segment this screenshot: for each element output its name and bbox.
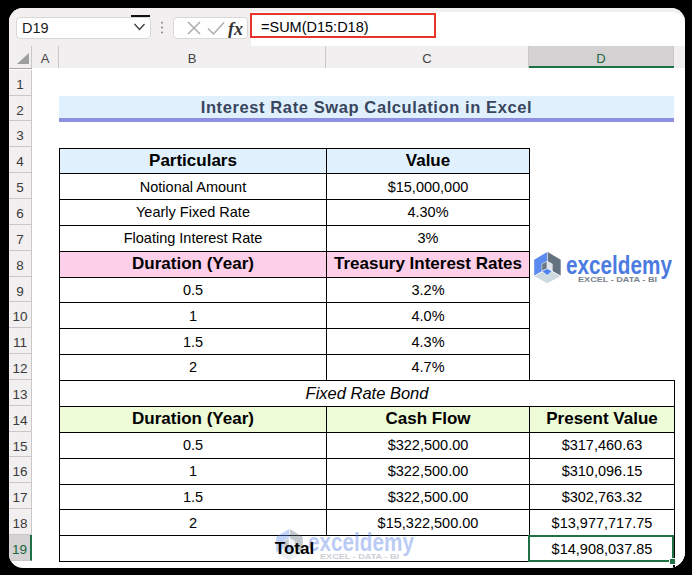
svg-text:fx: fx bbox=[228, 19, 243, 38]
svg-text:EXCEL - DATA - BI: EXCEL - DATA - BI bbox=[578, 275, 657, 284]
svg-text:EXCEL - DATA - BI: EXCEL - DATA - BI bbox=[320, 552, 399, 561]
